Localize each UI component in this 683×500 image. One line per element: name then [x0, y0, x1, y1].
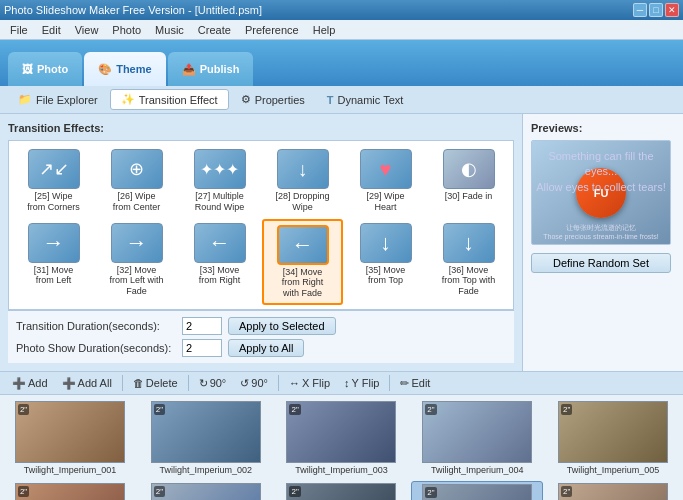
theme-tab-icon: 🎨 [98, 63, 112, 76]
maximize-button[interactable]: □ [649, 3, 663, 17]
effect-35-label: [35] Move from Top [357, 265, 415, 287]
effect-26[interactable]: ⊕ [26] Wipe from Center [96, 145, 177, 217]
menu-help[interactable]: Help [307, 22, 342, 38]
preview-title: Previews: [531, 122, 675, 134]
thumb-duration-1: 2" [18, 404, 29, 415]
delete-button[interactable]: 🗑 Delete [127, 375, 184, 391]
effect-27-thumb: ✦✦✦ [194, 149, 246, 189]
thumb-img-5: 2" [558, 401, 668, 463]
close-button[interactable]: ✕ [665, 3, 679, 17]
minimize-button[interactable]: ─ [633, 3, 647, 17]
flip-y-icon: ↕ [344, 377, 350, 389]
toolbar-sep-1 [122, 375, 123, 391]
effect-35-thumb: ↓ [360, 223, 412, 263]
thumb-item-10[interactable]: 2" Twilight_Imperium_013 [547, 481, 679, 500]
effect-29-thumb: ♥ [360, 149, 412, 189]
sub-tab-properties[interactable]: ⚙ Properties [231, 90, 315, 109]
apply-all-button[interactable]: Apply to All [228, 339, 304, 357]
effects-grid-container[interactable]: ↗↙ [25] Wipe from Corners ⊕ [26] Wipe fr… [8, 140, 514, 310]
thumb-img-10: 2" [558, 483, 668, 500]
sub-tab-file-explorer[interactable]: 📁 File Explorer [8, 90, 108, 109]
thumb-duration-10: 2" [561, 486, 572, 497]
effect-32-label: [32] Move from Left with Fade [108, 265, 166, 297]
menu-music[interactable]: Music [149, 22, 190, 38]
effects-title: Transition Effects: [8, 122, 514, 134]
rotate-cw-button[interactable]: ↻ 90° [193, 375, 233, 392]
thumb-item-2[interactable]: 2" Twilight_Imperium_002 [140, 399, 272, 477]
effect-25[interactable]: ↗↙ [25] Wipe from Corners [13, 145, 94, 217]
effects-grid: ↗↙ [25] Wipe from Corners ⊕ [26] Wipe fr… [9, 141, 513, 309]
transition-duration-input[interactable] [182, 317, 222, 335]
sub-tab-dynamic-text[interactable]: T Dynamic Text [317, 91, 414, 109]
effect-32[interactable]: → [32] Move from Left with Fade [96, 219, 177, 305]
effect-30[interactable]: ◐ [30] Fade in [428, 145, 509, 217]
thumb-item-3[interactable]: 2" Twilight_Imperium_003 [276, 399, 408, 477]
thumb-item-7[interactable]: 2" Twilight_Imperium_007 [140, 481, 272, 500]
thumb-item-6[interactable]: 2" Twilight_Imperium_006 [4, 481, 136, 500]
add-icon: ➕ [12, 377, 26, 390]
lower-section: ➕ Add ➕ Add All 🗑 Delete ↻ 90° ↺ 90° [0, 371, 683, 500]
rotate-ccw-button[interactable]: ↺ 90° [234, 375, 274, 392]
delete-label: Delete [146, 377, 178, 389]
thumb-img-7: 2" [151, 483, 261, 500]
add-all-label: Add All [78, 377, 112, 389]
app-title: Photo Slideshow Maker Free Version - [Un… [4, 4, 262, 16]
dynamic-text-label: Dynamic Text [338, 94, 404, 106]
effect-31-thumb: → [28, 223, 80, 263]
add-all-button[interactable]: ➕ Add All [56, 375, 118, 392]
tab-photo[interactable]: 🖼 Photo [8, 52, 82, 86]
menu-file[interactable]: File [4, 22, 34, 38]
preview-panel: Previews: Something can fill the eyes...… [523, 114, 683, 371]
thumb-item-9[interactable]: 2" Twilight_Imperium_009 [411, 481, 543, 500]
thumb-label-1: Twilight_Imperium_001 [24, 465, 117, 475]
properties-icon: ⚙ [241, 93, 251, 106]
properties-label: Properties [255, 94, 305, 106]
add-button[interactable]: ➕ Add [6, 375, 54, 392]
menu-preference[interactable]: Preference [239, 22, 305, 38]
effect-27[interactable]: ✦✦✦ [27] Multiple Round Wipe [179, 145, 260, 217]
thumbnail-strip[interactable]: 2" Twilight_Imperium_001 2" Twilight_Imp… [0, 395, 683, 500]
thumb-label-2: Twilight_Imperium_002 [159, 465, 252, 475]
menu-create[interactable]: Create [192, 22, 237, 38]
effect-28-thumb: ↓ [277, 149, 329, 189]
effect-36[interactable]: ↓ [36] Move from Top with Fade [428, 219, 509, 305]
thumb-item-5[interactable]: 2" Twilight_Imperium_005 [547, 399, 679, 477]
publish-tab-icon: 📤 [182, 63, 196, 76]
effect-31[interactable]: → [31] Move from Left [13, 219, 94, 305]
thumb-img-2: 2" [151, 401, 261, 463]
effect-33-thumb: ← [194, 223, 246, 263]
publish-tab-label: Publish [200, 63, 240, 75]
effect-30-thumb: ◐ [443, 149, 495, 189]
preview-image: Something can fill the eyes... Allow eye… [532, 141, 670, 244]
tab-theme[interactable]: 🎨 Theme [84, 52, 165, 86]
rotate-ccw-label: 90° [251, 377, 268, 389]
thumb-item-4[interactable]: 2" Twilight_Imperium_004 [411, 399, 543, 477]
sub-tab-transition-effect[interactable]: ✨ Transition Effect [110, 89, 229, 110]
effect-29[interactable]: ♥ [29] Wipe Heart [345, 145, 426, 217]
bottom-toolbar: ➕ Add ➕ Add All 🗑 Delete ↻ 90° ↺ 90° [0, 371, 683, 395]
flip-y-button[interactable]: ↕ Y Flip [338, 375, 385, 391]
thumb-item-1[interactable]: 2" Twilight_Imperium_001 [4, 399, 136, 477]
tab-publish[interactable]: 📤 Publish [168, 52, 254, 86]
apply-selected-button[interactable]: Apply to Selected [228, 317, 336, 335]
thumb-item-8[interactable]: 2" Twilight_Imperium_008 [276, 481, 408, 500]
thumb-duration-7: 2" [154, 486, 165, 497]
menu-edit[interactable]: Edit [36, 22, 67, 38]
define-random-set-button[interactable]: Define Random Set [531, 253, 671, 273]
delete-icon: 🗑 [133, 377, 144, 389]
effect-25-thumb: ↗↙ [28, 149, 80, 189]
effect-35[interactable]: ↓ [35] Move from Top [345, 219, 426, 305]
effect-34[interactable]: ← [34] Move from Right with Fade [262, 219, 343, 305]
file-explorer-icon: 📁 [18, 93, 32, 106]
effect-28[interactable]: ↓ [28] Dropping Wipe [262, 145, 343, 217]
photo-duration-input[interactable] [182, 339, 222, 357]
flip-x-button[interactable]: ↔ X Flip [283, 375, 336, 391]
edit-button[interactable]: ✏ Edit [394, 375, 436, 392]
window-controls: ─ □ ✕ [633, 3, 679, 17]
thumb-duration-4: 2" [425, 404, 436, 415]
transition-duration-row: Transition Duration(seconds): Apply to S… [16, 317, 506, 335]
menu-view[interactable]: View [69, 22, 105, 38]
menu-photo[interactable]: Photo [106, 22, 147, 38]
effect-26-thumb: ⊕ [111, 149, 163, 189]
effect-33[interactable]: ← [33] Move from Right [179, 219, 260, 305]
